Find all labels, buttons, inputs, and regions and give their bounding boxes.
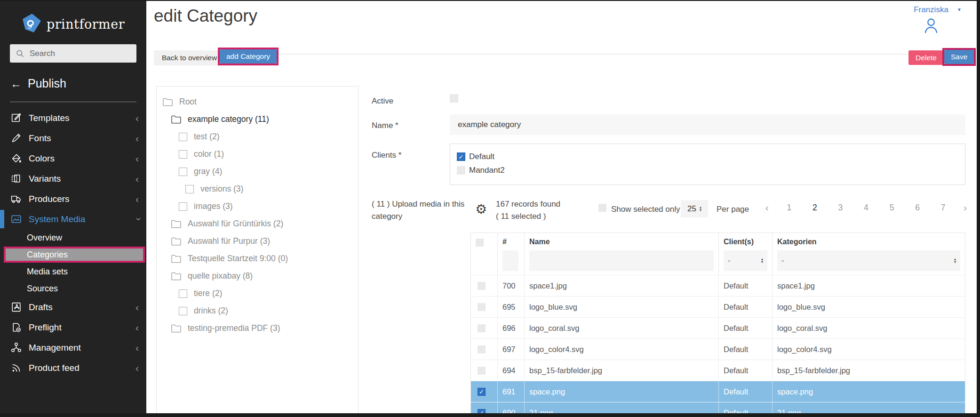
tree-item-auswahl-f-r-gr-nt-rkis-2[interactable]: Auswahl für Grüntürkis (2) [157,215,358,233]
tree-item-testing-premedia-pdf-3[interactable]: testing-premedia PDF (3) [157,320,358,337]
back-to-overview-button[interactable]: Back to overview [154,50,225,65]
sidebar-item-overview[interactable]: Overview [0,229,146,246]
show-selected-checkbox[interactable] [598,204,606,212]
chevron-left-icon[interactable]: ‹ [135,113,139,123]
checkbox-square-icon[interactable] [179,133,187,141]
row-checkbox[interactable]: ✓ [478,409,486,417]
table-row-695[interactable]: 695logo_blue.svgDefaultlogo_blue.svg [471,296,965,317]
checkbox-square-icon[interactable] [179,202,187,211]
sidebar-back-publish[interactable]: ← Publish [10,77,146,90]
id-filter-input[interactable] [502,250,518,271]
tree-item-auswahl-f-r-purpur-3[interactable]: Auswahl für Purpur (3) [157,233,358,250]
header-cell-client: Client(s) - ▴▾ [719,233,773,275]
chevron-left-icon[interactable]: ‹ [135,363,139,373]
row-checkbox[interactable] [478,282,486,290]
sidebar-item-preflight[interactable]: Preflight‹ [0,317,146,337]
sidebar-item-management[interactable]: Management‹ [0,337,146,358]
chevron-left-icon[interactable]: ‹ [135,322,139,332]
tree-item-example-category-11[interactable]: example category (11) [157,111,358,128]
table-body: 700space1.jpgDefaultspace1.jpg695logo_bl… [471,275,965,417]
table-row-691[interactable]: ✓691space.pngDefaultspace.png [471,381,965,402]
user-avatar-icon[interactable] [922,16,940,37]
chevron-left-icon[interactable]: ‹ [135,133,139,143]
gear-icon[interactable]: ⚙ [475,203,487,216]
page-1[interactable]: 1 [784,203,794,213]
tree-item-drinks-2[interactable]: drinks (2) [157,302,358,320]
sidebar-item-colors[interactable]: Colors‹ [0,148,146,168]
page-7[interactable]: 7 [938,203,948,213]
client-filter-select[interactable]: - ▴▾ [724,250,767,271]
kategorien-filter-select[interactable]: - ▴▾ [777,250,960,271]
sidebar-item-media-sets[interactable]: Media sets [0,263,146,280]
page-3[interactable]: 3 [835,203,845,213]
tree-item-root[interactable]: Root [157,93,358,111]
checkbox-square-icon[interactable] [179,168,187,176]
active-checkbox[interactable] [450,94,458,103]
user-name[interactable]: Franziska ▼ [914,5,948,15]
tree-item-label: tiere (2) [194,289,222,298]
page-4[interactable]: 4 [861,203,871,213]
tree-item-testquelle-startzeit-9-00-0[interactable]: Testquelle Startzeit 9:00 (0) [157,250,358,267]
row-checkbox[interactable] [478,345,486,353]
table-row-690[interactable]: ✓69021.pngDefault21.png [471,402,965,417]
page-5[interactable]: 5 [887,203,897,213]
page-6[interactable]: 6 [912,203,923,213]
save-annotation: Save [942,48,976,66]
table-row-694[interactable]: 694bsp_15-farbfelder.jpgDefaultbsp_15-fa… [471,360,965,381]
tree-item-gray-4[interactable]: gray (4) [157,163,358,180]
sidebar-item-system-media[interactable]: System Media‹ [0,209,146,229]
checkbox-square-icon[interactable] [179,307,187,315]
prev-page-icon[interactable]: ‹ [765,202,769,213]
tree-item-color-1[interactable]: color (1) [157,145,358,163]
name-input[interactable] [450,114,965,135]
table-row-696[interactable]: 696logo_coral.svgDefaultlogo_coral.svg [471,317,965,338]
per-page-select[interactable]: 25 ▴▾ [681,200,708,217]
producers-icon [10,193,22,205]
next-page-icon[interactable]: › [964,202,967,213]
name-filter-input[interactable] [529,250,714,271]
tree-item-versions-3[interactable]: versions (3) [157,180,358,198]
chevron-left-icon[interactable]: ‹ [135,174,139,184]
sidebar-item-producers[interactable]: Producers‹ [0,189,146,209]
client-checkbox-default[interactable]: ✓ [457,152,465,161]
sidebar-item-drafts[interactable]: Drafts‹ [0,297,146,317]
chevron-left-icon[interactable]: ‹ [135,302,139,312]
delete-button[interactable]: Delete [908,50,944,65]
chevron-left-icon[interactable]: ‹ [135,194,139,204]
row-checkbox[interactable] [478,367,486,375]
chevron-left-icon[interactable]: ‹ [135,153,139,163]
chevron-down-icon[interactable]: ‹ [132,217,142,221]
column-label-name[interactable]: Name [529,238,714,247]
checkbox-square-icon[interactable] [179,289,187,298]
add-category-button[interactable]: add Category [220,49,277,64]
sidebar-item-sources[interactable]: Sources [0,280,146,297]
table-row-697[interactable]: 697logo_color4.svgDefaultlogo_color4.svg [471,338,965,360]
row-checkbox[interactable] [478,303,486,311]
sidebar-search-input[interactable]: Search [10,44,136,63]
chevron-left-icon[interactable]: ‹ [135,343,139,353]
sidebar-item-product-feed[interactable]: Product feed‹ [0,358,146,378]
page-2[interactable]: 2 [810,203,820,213]
tree-item-images-3[interactable]: images (3) [157,198,358,215]
sidebar-item-categories[interactable]: Categories [4,247,145,263]
checkbox-square-icon[interactable] [185,185,194,193]
sidebar-item-fonts[interactable]: Fonts‹ [0,128,146,148]
select-all-checkbox[interactable] [476,239,484,247]
tree-item-tiere-2[interactable]: tiere (2) [157,285,358,302]
tree-item-quelle-pixabay-8[interactable]: quelle pixabay (8) [157,267,358,285]
column-label-kategorien[interactable]: Kategorien [777,238,960,247]
brand-logo[interactable]: printformer [0,1,146,38]
client-checkbox-mandant2[interactable] [457,166,465,175]
tree-item-test-2[interactable]: test (2) [157,128,358,145]
sidebar-item-templates[interactable]: Templates‹ [0,108,146,128]
row-checkbox[interactable]: ✓ [478,388,486,396]
column-label-id[interactable]: # [502,238,519,247]
drafts-icon [10,301,22,313]
sidebar-item-variants[interactable]: Variants‹ [0,168,146,189]
save-button[interactable]: Save [944,50,974,64]
user-menu[interactable]: Franziska ▼ [905,5,957,37]
column-label-client[interactable]: Client(s) [724,238,767,247]
row-checkbox[interactable] [478,324,486,332]
table-row-700[interactable]: 700space1.jpgDefaultspace1.jpg [471,275,965,296]
checkbox-square-icon[interactable] [179,150,187,159]
